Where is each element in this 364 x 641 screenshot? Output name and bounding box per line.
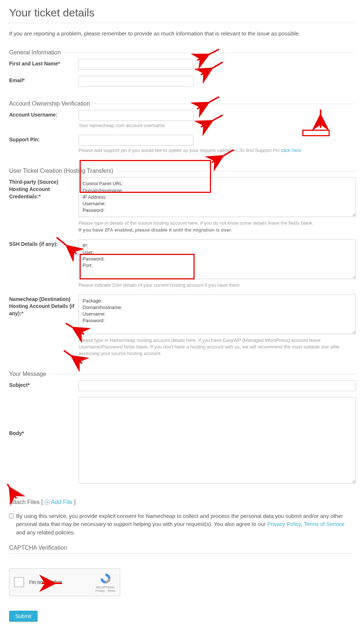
- label-subject: Subject: [9, 380, 78, 389]
- consent-checkbox[interactable]: [9, 514, 14, 518]
- username-input[interactable]: [78, 110, 194, 121]
- pin-input[interactable]: [78, 135, 194, 146]
- recaptcha-label: I'm not a robot: [29, 579, 62, 585]
- label-body: Body: [9, 397, 78, 437]
- redbox-dest: [80, 254, 195, 279]
- recaptcha-checkbox[interactable]: [14, 577, 24, 587]
- dest-textarea[interactable]: [78, 294, 356, 334]
- intro-text: If you are reporting a problem, please r…: [9, 30, 355, 37]
- recaptcha-branding: reCAPTCHA Privacy - Terms: [95, 572, 115, 592]
- page-title: Your ticket details: [9, 7, 355, 19]
- title-divider: [9, 23, 355, 23]
- label-email: Email: [9, 76, 78, 84]
- click-here-link[interactable]: click here: [281, 148, 301, 153]
- email-input[interactable]: [78, 76, 194, 87]
- privacy-link[interactable]: Privacy Policy: [267, 521, 301, 527]
- redbox-source: [80, 160, 211, 193]
- recaptcha-widget[interactable]: I'm not a robot reCAPTCHA Privacy - Term…: [9, 568, 120, 596]
- username-hint: Your namecheap.com account username: [78, 122, 355, 129]
- redbox-clickhere: [302, 130, 330, 136]
- section-general: General Information First and Last Name …: [9, 49, 355, 89]
- label-name: First and Last Name: [9, 59, 78, 68]
- section-message: Your Message Subject Body: [9, 371, 356, 488]
- legend-message: Your Message: [9, 371, 50, 377]
- legend-general: General Information: [9, 49, 64, 56]
- terms-link[interactable]: Terms of Service: [304, 521, 345, 527]
- plus-icon: [45, 500, 50, 505]
- body-textarea[interactable]: [78, 397, 356, 483]
- label-pin: Support Pin:: [9, 135, 78, 144]
- label-source: Third-party (Source) Hosting Account Cre…: [9, 177, 78, 200]
- name-input[interactable]: [78, 59, 194, 70]
- label-ssh: SSH Details (if any):: [9, 239, 78, 248]
- submit-button[interactable]: Submit: [9, 611, 38, 622]
- recaptcha-icon: [99, 572, 112, 585]
- ssh-hint: Please indicate SSH details of your curr…: [78, 282, 356, 289]
- attach-files-row: Attach Files [ Add File ]: [9, 499, 355, 505]
- legend-verification: Account Ownership Verification: [9, 100, 93, 107]
- add-file-link[interactable]: Add File: [51, 499, 72, 505]
- label-dest: Namecheap (Destination) Hosting Account …: [9, 294, 78, 317]
- source-hint: Please type in details of the source hos…: [78, 220, 356, 233]
- section-verification: Account Ownership Verification Account U…: [9, 100, 355, 157]
- pin-hint: Please add support pin if you would like…: [78, 147, 355, 154]
- dest-hint: Please type in Namecheap hosting account…: [78, 337, 356, 357]
- legend-captcha: CAPTCHA Verification: [9, 545, 355, 554]
- subject-input[interactable]: [78, 380, 356, 391]
- consent-row: By using this service, you provide expli…: [9, 512, 355, 537]
- label-username: Account Username:: [9, 110, 78, 119]
